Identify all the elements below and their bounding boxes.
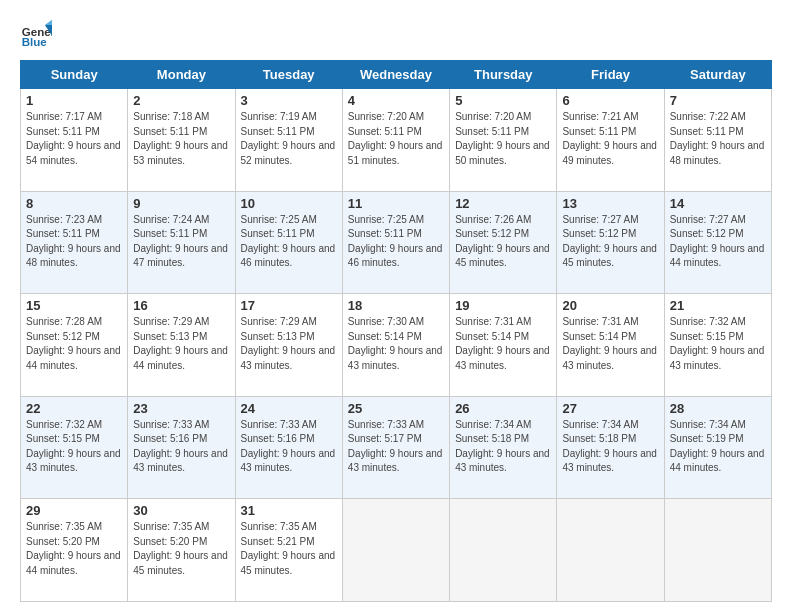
day-info: Sunrise: 7:27 AMSunset: 5:12 PMDaylight:…: [670, 214, 765, 269]
calendar-cell: 27 Sunrise: 7:34 AMSunset: 5:18 PMDaylig…: [557, 396, 664, 499]
calendar-cell: [664, 499, 771, 602]
week-row-3: 15 Sunrise: 7:28 AMSunset: 5:12 PMDaylig…: [21, 294, 772, 397]
day-number: 28: [670, 401, 766, 416]
col-header-thursday: Thursday: [450, 61, 557, 89]
day-number: 20: [562, 298, 658, 313]
day-number: 9: [133, 196, 229, 211]
calendar-cell: 8 Sunrise: 7:23 AMSunset: 5:11 PMDayligh…: [21, 191, 128, 294]
calendar-cell: 14 Sunrise: 7:27 AMSunset: 5:12 PMDaylig…: [664, 191, 771, 294]
day-number: 8: [26, 196, 122, 211]
calendar-cell: 21 Sunrise: 7:32 AMSunset: 5:15 PMDaylig…: [664, 294, 771, 397]
svg-marker-3: [45, 20, 52, 25]
day-number: 25: [348, 401, 444, 416]
calendar-cell: 29 Sunrise: 7:35 AMSunset: 5:20 PMDaylig…: [21, 499, 128, 602]
calendar-cell: 31 Sunrise: 7:35 AMSunset: 5:21 PMDaylig…: [235, 499, 342, 602]
day-number: 16: [133, 298, 229, 313]
calendar-cell: 19 Sunrise: 7:31 AMSunset: 5:14 PMDaylig…: [450, 294, 557, 397]
col-header-sunday: Sunday: [21, 61, 128, 89]
day-info: Sunrise: 7:28 AMSunset: 5:12 PMDaylight:…: [26, 316, 121, 371]
day-number: 30: [133, 503, 229, 518]
calendar-cell: 2 Sunrise: 7:18 AMSunset: 5:11 PMDayligh…: [128, 89, 235, 192]
calendar-cell: 13 Sunrise: 7:27 AMSunset: 5:12 PMDaylig…: [557, 191, 664, 294]
day-info: Sunrise: 7:33 AMSunset: 5:16 PMDaylight:…: [241, 419, 336, 474]
day-number: 31: [241, 503, 337, 518]
day-info: Sunrise: 7:33 AMSunset: 5:17 PMDaylight:…: [348, 419, 443, 474]
calendar-cell: 30 Sunrise: 7:35 AMSunset: 5:20 PMDaylig…: [128, 499, 235, 602]
svg-text:Blue: Blue: [22, 36, 48, 48]
header-row: SundayMondayTuesdayWednesdayThursdayFrid…: [21, 61, 772, 89]
day-info: Sunrise: 7:22 AMSunset: 5:11 PMDaylight:…: [670, 111, 765, 166]
day-number: 7: [670, 93, 766, 108]
day-number: 1: [26, 93, 122, 108]
day-info: Sunrise: 7:20 AMSunset: 5:11 PMDaylight:…: [455, 111, 550, 166]
calendar-cell: 15 Sunrise: 7:28 AMSunset: 5:12 PMDaylig…: [21, 294, 128, 397]
calendar-cell: 17 Sunrise: 7:29 AMSunset: 5:13 PMDaylig…: [235, 294, 342, 397]
day-info: Sunrise: 7:35 AMSunset: 5:20 PMDaylight:…: [133, 521, 228, 576]
day-info: Sunrise: 7:20 AMSunset: 5:11 PMDaylight:…: [348, 111, 443, 166]
day-number: 24: [241, 401, 337, 416]
day-info: Sunrise: 7:18 AMSunset: 5:11 PMDaylight:…: [133, 111, 228, 166]
day-info: Sunrise: 7:27 AMSunset: 5:12 PMDaylight:…: [562, 214, 657, 269]
day-info: Sunrise: 7:31 AMSunset: 5:14 PMDaylight:…: [562, 316, 657, 371]
calendar-table: SundayMondayTuesdayWednesdayThursdayFrid…: [20, 60, 772, 602]
day-number: 18: [348, 298, 444, 313]
day-info: Sunrise: 7:34 AMSunset: 5:18 PMDaylight:…: [562, 419, 657, 474]
day-number: 2: [133, 93, 229, 108]
col-header-friday: Friday: [557, 61, 664, 89]
col-header-monday: Monday: [128, 61, 235, 89]
day-info: Sunrise: 7:33 AMSunset: 5:16 PMDaylight:…: [133, 419, 228, 474]
day-info: Sunrise: 7:21 AMSunset: 5:11 PMDaylight:…: [562, 111, 657, 166]
calendar-cell: [557, 499, 664, 602]
calendar-cell: 16 Sunrise: 7:29 AMSunset: 5:13 PMDaylig…: [128, 294, 235, 397]
day-info: Sunrise: 7:34 AMSunset: 5:18 PMDaylight:…: [455, 419, 550, 474]
calendar-cell: 23 Sunrise: 7:33 AMSunset: 5:16 PMDaylig…: [128, 396, 235, 499]
day-number: 6: [562, 93, 658, 108]
day-number: 19: [455, 298, 551, 313]
day-info: Sunrise: 7:17 AMSunset: 5:11 PMDaylight:…: [26, 111, 121, 166]
day-info: Sunrise: 7:31 AMSunset: 5:14 PMDaylight:…: [455, 316, 550, 371]
day-number: 11: [348, 196, 444, 211]
day-info: Sunrise: 7:25 AMSunset: 5:11 PMDaylight:…: [348, 214, 443, 269]
col-header-tuesday: Tuesday: [235, 61, 342, 89]
day-info: Sunrise: 7:30 AMSunset: 5:14 PMDaylight:…: [348, 316, 443, 371]
calendar-cell: 22 Sunrise: 7:32 AMSunset: 5:15 PMDaylig…: [21, 396, 128, 499]
day-info: Sunrise: 7:23 AMSunset: 5:11 PMDaylight:…: [26, 214, 121, 269]
calendar-cell: 12 Sunrise: 7:26 AMSunset: 5:12 PMDaylig…: [450, 191, 557, 294]
day-number: 12: [455, 196, 551, 211]
calendar-cell: 4 Sunrise: 7:20 AMSunset: 5:11 PMDayligh…: [342, 89, 449, 192]
day-info: Sunrise: 7:29 AMSunset: 5:13 PMDaylight:…: [241, 316, 336, 371]
calendar-cell: 11 Sunrise: 7:25 AMSunset: 5:11 PMDaylig…: [342, 191, 449, 294]
day-number: 22: [26, 401, 122, 416]
header: General Blue: [20, 18, 772, 50]
week-row-1: 1 Sunrise: 7:17 AMSunset: 5:11 PMDayligh…: [21, 89, 772, 192]
day-number: 21: [670, 298, 766, 313]
calendar-cell: 28 Sunrise: 7:34 AMSunset: 5:19 PMDaylig…: [664, 396, 771, 499]
day-number: 23: [133, 401, 229, 416]
day-number: 4: [348, 93, 444, 108]
day-info: Sunrise: 7:35 AMSunset: 5:20 PMDaylight:…: [26, 521, 121, 576]
calendar-cell: 6 Sunrise: 7:21 AMSunset: 5:11 PMDayligh…: [557, 89, 664, 192]
day-number: 13: [562, 196, 658, 211]
day-number: 26: [455, 401, 551, 416]
day-info: Sunrise: 7:26 AMSunset: 5:12 PMDaylight:…: [455, 214, 550, 269]
day-info: Sunrise: 7:32 AMSunset: 5:15 PMDaylight:…: [670, 316, 765, 371]
calendar-cell: 26 Sunrise: 7:34 AMSunset: 5:18 PMDaylig…: [450, 396, 557, 499]
week-row-4: 22 Sunrise: 7:32 AMSunset: 5:15 PMDaylig…: [21, 396, 772, 499]
calendar-cell: 1 Sunrise: 7:17 AMSunset: 5:11 PMDayligh…: [21, 89, 128, 192]
calendar-cell: 25 Sunrise: 7:33 AMSunset: 5:17 PMDaylig…: [342, 396, 449, 499]
day-info: Sunrise: 7:35 AMSunset: 5:21 PMDaylight:…: [241, 521, 336, 576]
day-info: Sunrise: 7:29 AMSunset: 5:13 PMDaylight:…: [133, 316, 228, 371]
calendar-cell: 18 Sunrise: 7:30 AMSunset: 5:14 PMDaylig…: [342, 294, 449, 397]
logo-icon: General Blue: [20, 18, 52, 50]
week-row-5: 29 Sunrise: 7:35 AMSunset: 5:20 PMDaylig…: [21, 499, 772, 602]
day-info: Sunrise: 7:24 AMSunset: 5:11 PMDaylight:…: [133, 214, 228, 269]
day-number: 3: [241, 93, 337, 108]
calendar-cell: 20 Sunrise: 7:31 AMSunset: 5:14 PMDaylig…: [557, 294, 664, 397]
day-number: 5: [455, 93, 551, 108]
calendar-cell: 3 Sunrise: 7:19 AMSunset: 5:11 PMDayligh…: [235, 89, 342, 192]
logo: General Blue: [20, 18, 56, 50]
col-header-saturday: Saturday: [664, 61, 771, 89]
calendar-cell: [342, 499, 449, 602]
calendar-cell: 10 Sunrise: 7:25 AMSunset: 5:11 PMDaylig…: [235, 191, 342, 294]
day-number: 10: [241, 196, 337, 211]
